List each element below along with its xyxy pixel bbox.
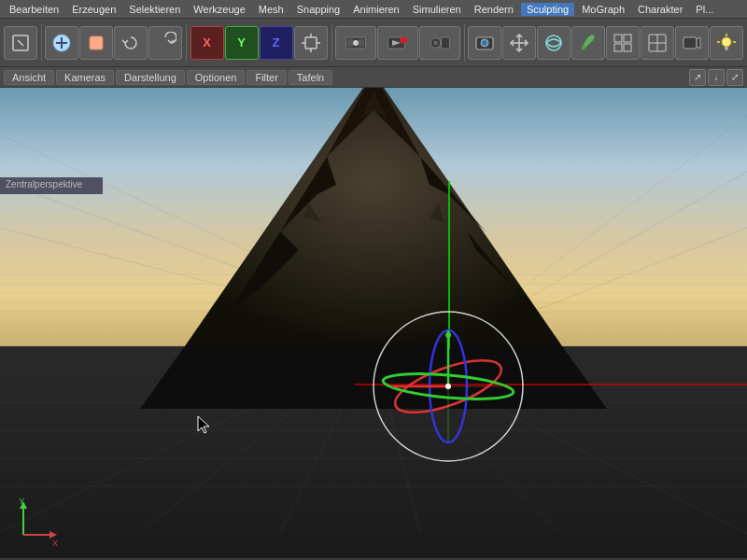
- vp-btn-darstellung[interactable]: Darstellung: [116, 70, 185, 85]
- menu-bar: Bearbeiten Erzeugen Selektieren Werkzeug…: [0, 0, 747, 19]
- menu-snapping[interactable]: Snapping: [291, 3, 346, 16]
- toolbar-btn-record[interactable]: [377, 26, 418, 60]
- nav-arrow-diagonal[interactable]: ↗: [689, 69, 706, 86]
- menu-bearbeiten[interactable]: Bearbeiten: [4, 3, 64, 16]
- svg-line-1: [18, 40, 23, 46]
- svg-rect-27: [624, 35, 631, 42]
- toolbar-btn-settings[interactable]: [419, 26, 460, 60]
- svg-point-81: [445, 332, 451, 338]
- svg-marker-34: [697, 37, 700, 49]
- svg-rect-14: [359, 38, 364, 47]
- menu-mograph[interactable]: MoGraph: [576, 3, 630, 16]
- svg-point-35: [722, 37, 731, 47]
- toolbar-btn-x-axis[interactable]: X: [190, 26, 224, 60]
- vp-btn-kameras[interactable]: Kameras: [56, 70, 114, 85]
- toolbar-btn-rotate-view[interactable]: [537, 26, 571, 60]
- vp-btn-ansicht[interactable]: Ansicht: [4, 70, 54, 85]
- toolbar-btn-z-axis[interactable]: Z: [260, 26, 293, 60]
- svg-rect-40: [725, 47, 728, 49]
- svg-rect-5: [90, 36, 103, 49]
- nav-arrow-expand[interactable]: ⤢: [726, 69, 743, 86]
- viewport[interactable]: Zentralperspektive: [0, 88, 747, 558]
- viewport-title: Zentralperspektive: [0, 177, 103, 194]
- svg-rect-28: [614, 44, 622, 51]
- menu-charakter[interactable]: Charakter: [632, 3, 688, 16]
- svg-rect-26: [614, 35, 622, 42]
- axis-indicator: Y X: [9, 497, 61, 549]
- toolbar-btn-y-axis[interactable]: Y: [225, 26, 259, 60]
- toolbar-btn-rotate-left[interactable]: [114, 26, 148, 60]
- menu-pl[interactable]: Pl...: [690, 3, 719, 16]
- toolbar-group-axis: X Y Z: [190, 26, 328, 60]
- svg-point-80: [445, 384, 451, 389]
- toolbar-btn-keyframe[interactable]: [335, 26, 376, 60]
- svg-point-16: [400, 36, 407, 44]
- menu-animieren[interactable]: Animieren: [347, 3, 405, 16]
- toolbar-btn-transform-mode[interactable]: [294, 26, 328, 60]
- vp-btn-tafeln[interactable]: Tafeln: [289, 70, 332, 85]
- toolbar-btn-video[interactable]: [675, 26, 709, 60]
- svg-point-12: [353, 40, 359, 46]
- viewport-toolbar: Ansicht Kameras Darstellung Optionen Fil…: [0, 67, 747, 88]
- toolbar-group-select: [4, 26, 37, 60]
- toolbar: X Y Z: [0, 19, 747, 67]
- menu-rendern[interactable]: Rendern: [469, 3, 519, 16]
- toolbar-group-transform: [45, 26, 182, 60]
- toolbar-btn-layout[interactable]: [641, 26, 674, 60]
- toolbar-btn-select-rect[interactable]: [4, 26, 37, 60]
- svg-point-25: [582, 46, 585, 49]
- nav-arrow-down[interactable]: ↓: [708, 69, 725, 86]
- toolbar-group-view: [468, 26, 743, 60]
- svg-rect-13: [347, 38, 353, 47]
- svg-text:X: X: [52, 539, 58, 548]
- svg-point-23: [483, 41, 486, 45]
- svg-rect-29: [624, 44, 631, 51]
- svg-rect-19: [441, 37, 449, 49]
- toolbar-btn-rotate-right[interactable]: [148, 26, 182, 60]
- menu-selektieren[interactable]: Selektieren: [123, 3, 186, 16]
- toolbar-btn-object[interactable]: [79, 26, 113, 60]
- menu-werkzeuge[interactable]: Werkzeuge: [188, 3, 250, 16]
- transform-gizmo[interactable]: [364, 302, 532, 470]
- menu-simulieren[interactable]: Simulieren: [407, 3, 467, 16]
- toolbar-btn-paint[interactable]: [571, 26, 605, 60]
- menu-mesh[interactable]: Mesh: [253, 3, 289, 16]
- svg-text:Y: Y: [19, 497, 24, 506]
- toolbar-btn-grid[interactable]: [606, 26, 640, 60]
- svg-rect-33: [684, 37, 697, 49]
- svg-point-24: [546, 35, 561, 50]
- toolbar-btn-camera[interactable]: [468, 26, 501, 60]
- toolbar-btn-move[interactable]: [502, 26, 536, 60]
- menu-erzeugen[interactable]: Erzeugen: [66, 3, 121, 16]
- toolbar-group-playback: [335, 26, 460, 60]
- svg-point-20: [433, 40, 438, 45]
- svg-rect-6: [305, 37, 317, 49]
- svg-marker-86: [49, 531, 57, 539]
- vp-btn-filter[interactable]: Filter: [247, 70, 286, 85]
- vp-btn-optionen[interactable]: Optionen: [187, 70, 246, 85]
- toolbar-btn-light[interactable]: [710, 26, 743, 60]
- toolbar-btn-new[interactable]: [45, 26, 78, 60]
- menu-sculpting[interactable]: Sculpting: [521, 3, 574, 16]
